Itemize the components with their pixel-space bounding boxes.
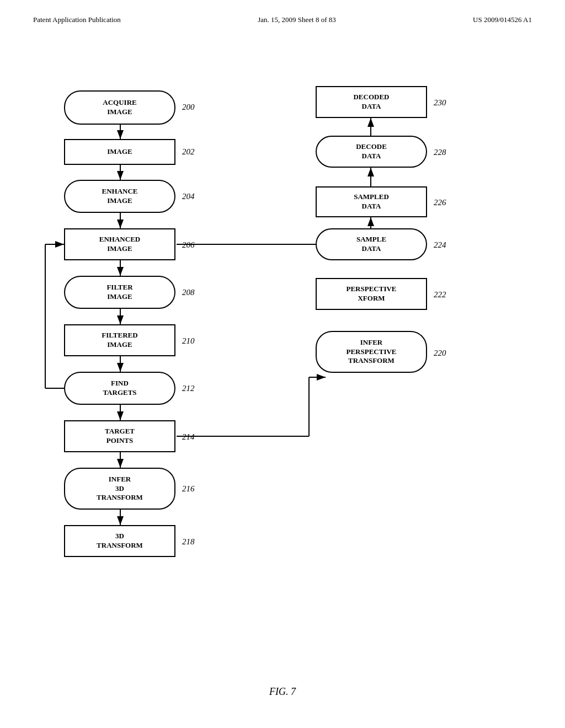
label-222: 222: [434, 290, 446, 299]
enhance-image-node: ENHANCEIMAGE: [64, 180, 175, 213]
image-node: IMAGE: [64, 139, 175, 165]
target-points-label: TARGETPOINTS: [105, 427, 135, 446]
target-points-node: TARGETPOINTS: [64, 420, 175, 452]
perspective-xform-node: PERSPECTIVEXFORM: [316, 278, 427, 310]
label-218: 218: [182, 537, 195, 547]
sampled-data-label: SAMPLEDDATA: [354, 192, 389, 211]
filtered-image-node: FILTEREDIMAGE: [64, 324, 175, 356]
decoded-data-node: DECODEDDATA: [316, 86, 427, 118]
label-224: 224: [434, 240, 446, 250]
label-228: 228: [434, 148, 446, 157]
infer-perspective-node: INFERPERSPECTIVETRANSFORM: [316, 331, 427, 373]
perspective-xform-label: PERSPECTIVEXFORM: [346, 285, 396, 303]
decode-data-label: DECODEDATA: [356, 142, 387, 161]
label-200: 200: [182, 103, 195, 112]
enhanced-image-label: ENHANCEDIMAGE: [99, 235, 140, 254]
image-label: IMAGE: [107, 147, 132, 157]
sample-data-node: SAMPLEDATA: [316, 228, 427, 260]
find-targets-label: FINDTARGETS: [103, 379, 136, 398]
label-210: 210: [182, 336, 195, 346]
infer-3d-label: INFER3DTRANSFORM: [97, 475, 143, 503]
transform-3d-label: 3DTRANSFORM: [97, 532, 143, 550]
header-left: Patent Application Publication: [33, 15, 121, 24]
label-216: 216: [182, 484, 195, 494]
filtered-image-label: FILTEREDIMAGE: [102, 331, 137, 350]
acquire-image-label: ACQUIREIMAGE: [103, 98, 136, 117]
infer-3d-node: INFER3DTRANSFORM: [64, 468, 175, 510]
enhanced-image-node: ENHANCEDIMAGE: [64, 228, 175, 260]
find-targets-node: FINDTARGETS: [64, 372, 175, 405]
decode-data-node: DECODEDATA: [316, 136, 427, 168]
label-206: 206: [182, 240, 195, 250]
decoded-data-label: DECODEDDATA: [353, 93, 389, 111]
sampled-data-node: SAMPLEDDATA: [316, 186, 427, 217]
label-208: 208: [182, 288, 195, 297]
filter-image-node: FILTERIMAGE: [64, 276, 175, 309]
label-226: 226: [434, 198, 446, 207]
label-204: 204: [182, 192, 195, 201]
sample-data-label: SAMPLEDATA: [356, 235, 386, 254]
transform-3d-node: 3DTRANSFORM: [64, 525, 175, 557]
diagram-area: ACQUIREIMAGE 200 IMAGE 202 ENHANCEIMAGE …: [0, 46, 565, 681]
label-220: 220: [434, 349, 446, 358]
enhance-image-label: ENHANCEIMAGE: [102, 187, 137, 206]
figure-caption: FIG. 7: [0, 686, 565, 698]
infer-perspective-label: INFERPERSPECTIVETRANSFORM: [346, 338, 396, 366]
filter-image-label: FILTERIMAGE: [106, 283, 132, 302]
patent-header: Patent Application Publication Jan. 15, …: [0, 0, 565, 30]
label-214: 214: [182, 432, 195, 442]
label-212: 212: [182, 384, 195, 393]
header-right: US 2009/014526 A1: [473, 15, 532, 24]
acquire-image-node: ACQUIREIMAGE: [64, 90, 175, 125]
header-middle: Jan. 15, 2009 Sheet 8 of 83: [258, 15, 336, 24]
label-202: 202: [182, 147, 195, 157]
label-230: 230: [434, 98, 446, 108]
